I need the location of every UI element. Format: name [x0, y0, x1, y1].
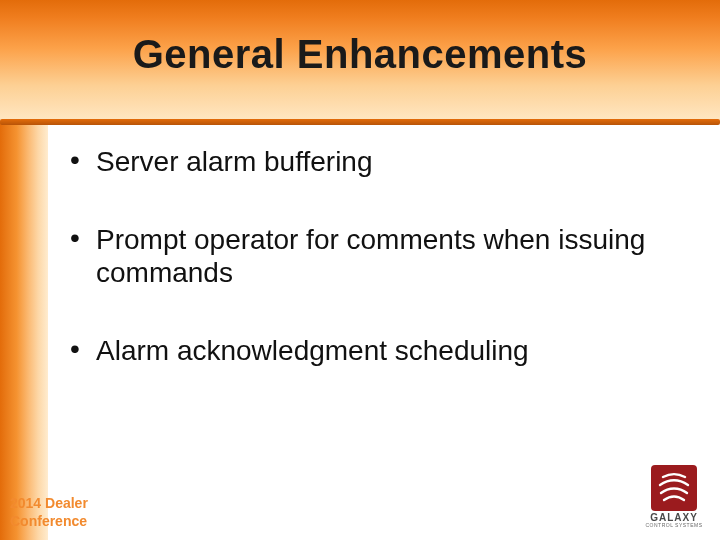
galaxy-logo-icon [651, 465, 697, 511]
bullet-item: Server alarm buffering [70, 145, 650, 179]
slide-title: General Enhancements [0, 32, 720, 77]
bullet-item: Alarm acknowledgment scheduling [70, 334, 650, 368]
bullet-item: Prompt operator for comments when issuin… [70, 223, 650, 290]
bullet-list: Server alarm buffering Prompt operator f… [70, 145, 650, 367]
logo-sub-text: CONTROL SYSTEMS [642, 523, 706, 528]
brand-logo: GALAXY CONTROL SYSTEMS [642, 465, 706, 528]
footer-line-2: Conference [10, 513, 87, 529]
slide: General Enhancements Server alarm buffer… [0, 0, 720, 540]
slide-body: Server alarm buffering Prompt operator f… [70, 145, 650, 465]
footer-text: 2014 Dealer Conference [10, 495, 120, 530]
footer-line-1: 2014 Dealer [10, 495, 88, 511]
